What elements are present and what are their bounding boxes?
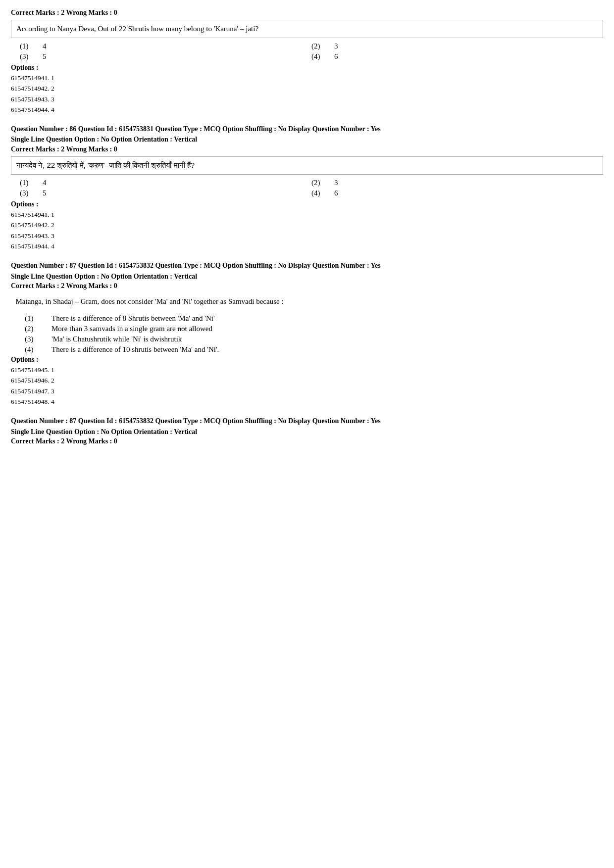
meta-line-3b: Single Line Question Option : No Option … <box>11 272 603 282</box>
meta-line-4a: Question Number : 87 Question Id : 61547… <box>11 416 603 426</box>
options-list-1: 61547514941. 1 61547514942. 2 6154751494… <box>11 73 603 115</box>
option-val: 5 <box>43 52 47 61</box>
meta-line-4b: Single Line Question Option : No Option … <box>11 427 603 437</box>
option-2-3: (3) 5 <box>20 189 311 197</box>
option-num: (4) <box>311 189 325 197</box>
options-grid-1: (1) 4 (2) 3 (3) 5 (4) 6 <box>20 42 603 61</box>
option-num: (2) <box>311 42 325 50</box>
options-label-1: Options : <box>11 64 603 72</box>
options-list-item: 61547514942. 2 <box>11 220 603 231</box>
option-val: 'Ma' is Chatushrutik while 'Ni' is dwish… <box>51 335 603 343</box>
meta-line-3a: Question Number : 87 Question Id : 61547… <box>11 261 603 271</box>
option-num: (3) <box>20 52 34 61</box>
marks-line-1: Correct Marks : 2 Wrong Marks : 0 <box>11 9 603 17</box>
hindi-question-text: नान्यदेव ने, 22 श्रुतियों में, 'करुण'–जा… <box>16 161 195 169</box>
options-list-item: 61547514946. 2 <box>11 375 603 386</box>
question-block-q87-en: Question Number : 87 Question Id : 61547… <box>11 261 603 407</box>
options-list-item: 61547514948. 4 <box>11 396 603 407</box>
options-list-item: 61547514942. 2 <box>11 83 603 94</box>
option-val: 5 <box>43 189 47 197</box>
option-1-1: (1) 4 <box>20 42 311 50</box>
option-num: (4) <box>311 52 325 61</box>
options-list-item: 61547514941. 1 <box>11 209 603 220</box>
options-grid-2: (1) 4 (2) 3 (3) 5 (4) 6 <box>20 179 603 197</box>
option-val: More than 3 samvads in a single gram are… <box>51 325 603 333</box>
option-num: (3) <box>20 189 34 197</box>
option-3-2: (2) More than 3 samvads in a single gram… <box>25 325 603 333</box>
options-list-2: 61547514941. 1 61547514942. 2 6154751494… <box>11 209 603 252</box>
question-text-3: Matanga, in Shadaj – Gram, does not cons… <box>11 293 603 310</box>
option-val: There is a difference of 8 Shrutis betwe… <box>51 314 603 323</box>
option-val: There is a difference of 10 shrutis betw… <box>51 345 603 354</box>
question-text-2: नान्यदेव ने, 22 श्रुतियों में, 'करुण'–जा… <box>11 156 603 175</box>
option-num: (2) <box>311 179 325 187</box>
options-list-item: 61547514941. 1 <box>11 73 603 84</box>
options-list-item: 61547514943. 3 <box>11 231 603 241</box>
option-1-2: (2) 3 <box>311 42 603 50</box>
question-text-1: According to Nanya Deva, Out of 22 Shrut… <box>11 20 603 38</box>
meta-line-2a: Question Number : 86 Question Id : 61547… <box>11 124 603 134</box>
options-label-2: Options : <box>11 200 603 208</box>
option-num: (2) <box>25 325 38 333</box>
option-num: (3) <box>25 335 38 343</box>
option-2-1: (1) 4 <box>20 179 311 187</box>
option-num: (4) <box>25 345 38 354</box>
options-list-item: 61547514944. 4 <box>11 241 603 252</box>
option-2-2: (2) 3 <box>311 179 603 187</box>
question-block-q86-en: Correct Marks : 2 Wrong Marks : 0 Accord… <box>11 9 603 115</box>
option-val: 3 <box>334 179 338 187</box>
options-label-3: Options : <box>11 356 603 364</box>
marks-line-4: Correct Marks : 2 Wrong Marks : 0 <box>11 437 603 445</box>
options-vertical-3: (1) There is a difference of 8 Shrutis b… <box>25 314 603 354</box>
option-val: 4 <box>43 42 47 50</box>
option-val: 6 <box>334 189 338 197</box>
option-num: (1) <box>20 42 34 50</box>
question-block-q86-hi: Question Number : 86 Question Id : 61547… <box>11 124 603 252</box>
option-1-3: (3) 5 <box>20 52 311 61</box>
options-list-3: 61547514945. 1 61547514946. 2 6154751494… <box>11 365 603 407</box>
option-val: 4 <box>43 179 47 187</box>
marks-line-3: Correct Marks : 2 Wrong Marks : 0 <box>11 282 603 290</box>
option-3-3: (3) 'Ma' is Chatushrutik while 'Ni' is d… <box>25 335 603 343</box>
options-list-item: 61547514945. 1 <box>11 365 603 376</box>
option-3-4: (4) There is a difference of 10 shrutis … <box>25 345 603 354</box>
options-list-item: 61547514947. 3 <box>11 386 603 397</box>
marks-line-2: Correct Marks : 2 Wrong Marks : 0 <box>11 145 603 153</box>
question-block-q87-meta2: Question Number : 87 Question Id : 61547… <box>11 416 603 445</box>
options-list-item: 61547514943. 3 <box>11 94 603 105</box>
option-1-4: (4) 6 <box>311 52 603 61</box>
option-val: 3 <box>334 42 338 50</box>
option-2-4: (4) 6 <box>311 189 603 197</box>
option-num: (1) <box>25 314 38 323</box>
options-list-item: 61547514944. 4 <box>11 104 603 115</box>
meta-line-2b: Single Line Question Option : No Option … <box>11 135 603 145</box>
option-num: (1) <box>20 179 34 187</box>
option-val: 6 <box>334 52 338 61</box>
option-3-1: (1) There is a difference of 8 Shrutis b… <box>25 314 603 323</box>
